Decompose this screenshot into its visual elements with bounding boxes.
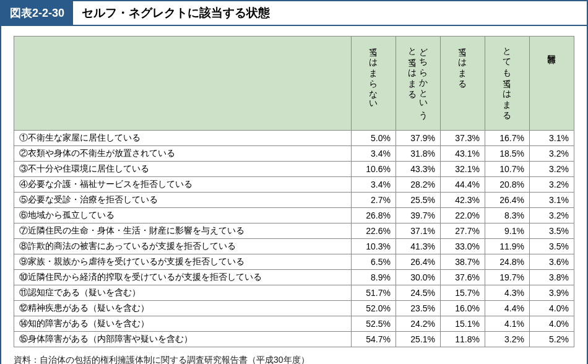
cell-value: 4.0%: [530, 316, 574, 332]
cell-value: 39.7%: [396, 208, 441, 223]
cell-value: 24.5%: [396, 285, 441, 301]
table-row: ⑥地域から孤立している26.8%39.7%22.0%8.3%3.2%: [14, 208, 574, 223]
cell-value: 3.2%: [485, 332, 530, 347]
row-label: ①不衛生な家屋に居住している: [14, 131, 352, 146]
cell-value: 18.5%: [485, 146, 530, 162]
row-label: ④必要な介護・福祉サービスを拒否している: [14, 177, 352, 193]
cell-value: 16.7%: [485, 131, 530, 146]
cell-value: 37.3%: [441, 131, 485, 146]
table-row: ⑫精神疾患がある（疑いを含む）52.0%23.5%16.0%4.4%4.0%: [14, 301, 574, 316]
cell-value: 2.7%: [352, 193, 396, 208]
cell-value: 22.6%: [352, 223, 396, 239]
cell-value: 25.1%: [396, 332, 441, 347]
table-row: ⑩近隣住民から経済的搾取を受けているが支援を拒否している8.9%30.0%37.…: [14, 270, 574, 285]
cell-value: 19.7%: [485, 270, 530, 285]
cell-value: 37.1%: [396, 223, 441, 239]
figure-label: 図表2-2-30: [1, 1, 73, 25]
cell-value: 10.7%: [485, 162, 530, 177]
cell-value: 20.8%: [485, 177, 530, 193]
cell-value: 3.2%: [530, 146, 574, 162]
table-body: ①不衛生な家屋に居住している5.0%37.9%37.3%16.7%3.1%②衣類…: [14, 131, 574, 347]
row-label: ⑨家族・親族から虐待を受けているが支援を拒否している: [14, 254, 352, 270]
row-label: ⑥地域から孤立している: [14, 208, 352, 223]
cell-value: 15.1%: [441, 316, 485, 332]
data-table: 当てはまらない どちらかというと当てはまる 当てはまる とても当てはまる 無回答…: [14, 36, 574, 347]
cell-value: 43.1%: [441, 146, 485, 162]
col-header-3: とても当てはまる: [485, 37, 530, 131]
row-label: ②衣類や身体の不衛生が放置されている: [14, 146, 352, 162]
col-header-4: 無回答: [530, 37, 574, 131]
table-row: ⑨家族・親族から虐待を受けているが支援を拒否している6.5%26.4%38.7%…: [14, 254, 574, 270]
cell-value: 3.4%: [352, 146, 396, 162]
cell-value: 37.6%: [441, 270, 485, 285]
table-row: ⑧詐欺的商法の被害にあっているが支援を拒否している10.3%41.3%33.0%…: [14, 239, 574, 254]
cell-value: 32.1%: [441, 162, 485, 177]
cell-value: 3.4%: [352, 177, 396, 193]
cell-value: 42.3%: [441, 193, 485, 208]
col-header-3-text: とても当てはまる: [501, 41, 512, 116]
cell-value: 26.8%: [352, 208, 396, 223]
cell-value: 6.5%: [352, 254, 396, 270]
row-label: ⑭知的障害がある（疑いを含む）: [14, 316, 352, 332]
cell-value: 4.4%: [485, 301, 530, 316]
row-label: ⑮身体障害がある（内部障害や疑いを含む）: [14, 332, 352, 347]
cell-value: 3.1%: [530, 131, 574, 146]
table-row: ③不十分や住環境に居住している10.6%43.3%32.1%10.7%3.2%: [14, 162, 574, 177]
table-header-row: 当てはまらない どちらかというと当てはまる 当てはまる とても当てはまる 無回答: [14, 37, 574, 131]
col-header-2-text: 当てはまる: [457, 41, 468, 84]
figure-container: 図表2-2-30 セルフ・ネグレクトに該当する状態 当てはまらない どちらかとい…: [0, 0, 588, 364]
cell-value: 11.8%: [441, 332, 485, 347]
table-row: ④必要な介護・福祉サービスを拒否している3.4%28.2%44.4%20.8%3…: [14, 177, 574, 193]
cell-value: 16.0%: [441, 301, 485, 316]
cell-value: 5.2%: [530, 332, 574, 347]
source-note: 資料：自治体の包括的権利擁護体制に関する調査研究報告書（平成30年度）: [14, 355, 574, 364]
cell-value: 54.7%: [352, 332, 396, 347]
cell-value: 24.2%: [396, 316, 441, 332]
cell-value: 4.3%: [485, 285, 530, 301]
cell-value: 3.8%: [530, 270, 574, 285]
cell-value: 23.5%: [396, 301, 441, 316]
row-label: ⑦近隣住民の生命・身体・生活・財産に影響を与えている: [14, 223, 352, 239]
cell-value: 52.5%: [352, 316, 396, 332]
cell-value: 9.1%: [485, 223, 530, 239]
col-header-2: 当てはまる: [441, 37, 485, 131]
cell-value: 44.4%: [441, 177, 485, 193]
cell-value: 41.3%: [396, 239, 441, 254]
cell-value: 3.2%: [530, 177, 574, 193]
cell-value: 51.7%: [352, 285, 396, 301]
cell-value: 10.6%: [352, 162, 396, 177]
cell-value: 10.3%: [352, 239, 396, 254]
cell-value: 33.0%: [441, 239, 485, 254]
cell-value: 15.7%: [441, 285, 485, 301]
cell-value: 3.6%: [530, 254, 574, 270]
cell-value: 37.9%: [396, 131, 441, 146]
table-row: ⑦近隣住民の生命・身体・生活・財産に影響を与えている22.6%37.1%27.7…: [14, 223, 574, 239]
col-header-1-text: どちらかというと当てはまる: [407, 41, 429, 123]
table-row: ⑪認知症である（疑いを含む）51.7%24.5%15.7%4.3%3.9%: [14, 285, 574, 301]
col-header-1: どちらかというと当てはまる: [396, 37, 441, 131]
cell-value: 27.7%: [441, 223, 485, 239]
cell-value: 3.9%: [530, 285, 574, 301]
cell-value: 8.9%: [352, 270, 396, 285]
row-label: ⑤必要な受診・治療を拒否している: [14, 193, 352, 208]
cell-value: 3.5%: [530, 223, 574, 239]
table-row: ⑭知的障害がある（疑いを含む）52.5%24.2%15.1%4.1%4.0%: [14, 316, 574, 332]
table-row: ⑤必要な受診・治療を拒否している2.7%25.5%42.3%26.4%3.1%: [14, 193, 574, 208]
figure-title: セルフ・ネグレクトに該当する状態: [73, 1, 587, 25]
cell-value: 52.0%: [352, 301, 396, 316]
cell-value: 3.2%: [530, 208, 574, 223]
cell-value: 30.0%: [396, 270, 441, 285]
cell-value: 26.4%: [396, 254, 441, 270]
row-label: ⑩近隣住民から経済的搾取を受けているが支援を拒否している: [14, 270, 352, 285]
row-label: ③不十分や住環境に居住している: [14, 162, 352, 177]
row-label: ⑫精神疾患がある（疑いを含む）: [14, 301, 352, 316]
row-label: ⑧詐欺的商法の被害にあっているが支援を拒否している: [14, 239, 352, 254]
table-row: ⑮身体障害がある（内部障害や疑いを含む）54.7%25.1%11.8%3.2%5…: [14, 332, 574, 347]
cell-value: 26.4%: [485, 193, 530, 208]
col-header-0-text: 当てはまらない: [368, 41, 379, 105]
cell-value: 31.8%: [396, 146, 441, 162]
table-row: ①不衛生な家屋に居住している5.0%37.9%37.3%16.7%3.1%: [14, 131, 574, 146]
col-header-empty: [14, 37, 352, 131]
cell-value: 28.2%: [396, 177, 441, 193]
cell-value: 3.5%: [530, 239, 574, 254]
